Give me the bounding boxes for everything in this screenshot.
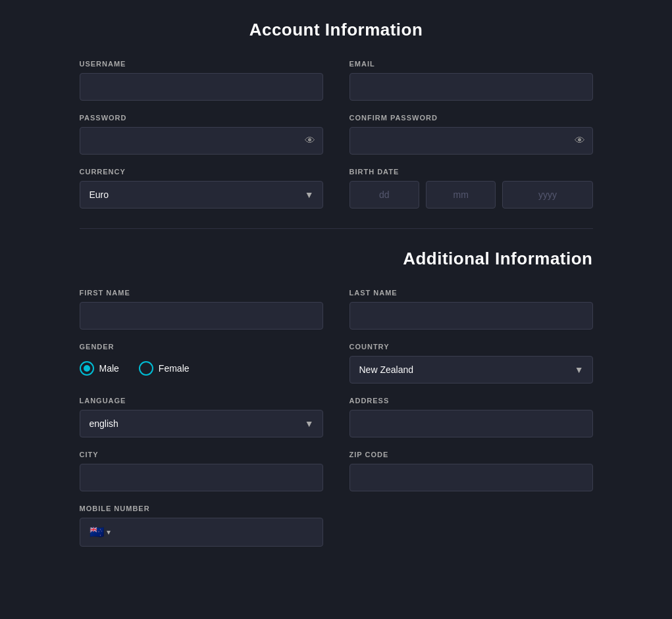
birth-yyyy-input[interactable] xyxy=(502,181,592,209)
zip-label: ZIP CODE xyxy=(349,451,593,458)
birth-dd-input[interactable] xyxy=(349,181,419,209)
mobile-label: MOBILE NUMBER xyxy=(80,505,323,512)
birthdate-label: BIRTH DATE xyxy=(349,168,593,176)
city-label: CITY xyxy=(80,451,323,458)
first-name-input[interactable] xyxy=(80,302,323,330)
gender-country-row: GENDER Male Female COUNTRY New Zealand A… xyxy=(80,343,593,384)
section-divider xyxy=(80,228,593,229)
country-select[interactable]: New Zealand Australia United Kingdom Uni… xyxy=(349,356,593,384)
zip-input[interactable] xyxy=(349,464,593,491)
confirm-password-label: CONFIRM PASSWORD xyxy=(349,114,593,122)
mobile-group: MOBILE NUMBER 🇳🇿 ▾ xyxy=(80,505,323,547)
language-address-row: LANGUAGE english french spanish german ▼… xyxy=(80,397,593,437)
gender-group: GENDER Male Female xyxy=(80,343,323,384)
account-information-title: Account Information xyxy=(80,20,593,40)
currency-group: CURRENCY Euro USD GBP AUD ▼ xyxy=(80,168,323,209)
currency-select[interactable]: Euro USD GBP AUD xyxy=(80,181,323,209)
mobile-row: MOBILE NUMBER 🇳🇿 ▾ xyxy=(80,505,593,547)
password-wrapper: 👁 xyxy=(80,127,323,155)
gender-male-option[interactable]: Male xyxy=(80,361,119,376)
zip-group: ZIP CODE xyxy=(349,451,593,491)
mobile-flag-icon: 🇳🇿 xyxy=(90,525,104,539)
city-group: CITY xyxy=(80,451,323,491)
email-input[interactable] xyxy=(349,73,593,101)
password-group: PASSWORD 👁 xyxy=(80,114,323,155)
city-zip-row: CITY ZIP CODE xyxy=(80,451,593,491)
mobile-spacer xyxy=(349,505,593,547)
username-group: USERNAME xyxy=(80,60,323,101)
gender-label: GENDER xyxy=(80,343,323,351)
confirm-password-eye-icon[interactable]: 👁 xyxy=(575,135,585,147)
address-input[interactable] xyxy=(349,410,593,437)
currency-select-wrapper: Euro USD GBP AUD ▼ xyxy=(80,181,323,209)
username-input[interactable] xyxy=(80,73,323,101)
name-row: FIRST NAME LAST NAME xyxy=(80,289,593,330)
last-name-group: LAST NAME xyxy=(349,289,593,330)
password-input[interactable] xyxy=(80,127,323,155)
birth-date-inputs xyxy=(349,181,593,209)
email-group: EMAIL xyxy=(349,60,593,101)
gender-female-label: Female xyxy=(159,363,190,374)
gender-male-radio[interactable] xyxy=(80,361,94,376)
language-group: LANGUAGE english french spanish german ▼ xyxy=(80,397,323,437)
address-group: ADDRESS xyxy=(349,397,593,437)
language-select[interactable]: english french spanish german xyxy=(80,410,323,437)
currency-birthdate-row: CURRENCY Euro USD GBP AUD ▼ BIRTH DATE xyxy=(80,168,593,209)
flag-dropdown-arrow-icon[interactable]: ▾ xyxy=(107,528,111,537)
gender-female-option[interactable]: Female xyxy=(139,361,190,376)
country-group: COUNTRY New Zealand Australia United Kin… xyxy=(349,343,593,384)
first-name-label: FIRST NAME xyxy=(80,289,323,297)
gender-male-label: Male xyxy=(99,363,119,374)
country-select-wrapper: New Zealand Australia United Kingdom Uni… xyxy=(349,356,593,384)
confirm-password-wrapper: 👁 xyxy=(349,127,593,155)
username-email-row: USERNAME EMAIL xyxy=(80,60,593,101)
last-name-input[interactable] xyxy=(349,302,593,330)
language-label: LANGUAGE xyxy=(80,397,323,405)
language-select-wrapper: english french spanish german ▼ xyxy=(80,410,323,437)
address-label: ADDRESS xyxy=(349,397,593,405)
gender-options: Male Female xyxy=(80,356,323,381)
last-name-label: LAST NAME xyxy=(349,289,593,297)
birthdate-group: BIRTH DATE xyxy=(349,168,593,209)
confirm-password-group: CONFIRM PASSWORD 👁 xyxy=(349,114,593,155)
password-label: PASSWORD xyxy=(80,114,323,122)
gender-female-radio[interactable] xyxy=(139,361,153,376)
password-row: PASSWORD 👁 CONFIRM PASSWORD 👁 xyxy=(80,114,593,155)
username-label: USERNAME xyxy=(80,60,323,68)
first-name-group: FIRST NAME xyxy=(80,289,323,330)
birth-mm-input[interactable] xyxy=(426,181,496,209)
mobile-input[interactable] xyxy=(116,527,313,537)
country-label: COUNTRY xyxy=(349,343,593,351)
mobile-phone-wrapper: 🇳🇿 ▾ xyxy=(80,518,323,547)
email-label: EMAIL xyxy=(349,60,593,68)
city-input[interactable] xyxy=(80,464,323,491)
confirm-password-input[interactable] xyxy=(349,127,593,155)
currency-label: CURRENCY xyxy=(80,168,323,176)
additional-information-title: Additional Information xyxy=(80,249,593,269)
password-eye-icon[interactable]: 👁 xyxy=(305,135,315,147)
